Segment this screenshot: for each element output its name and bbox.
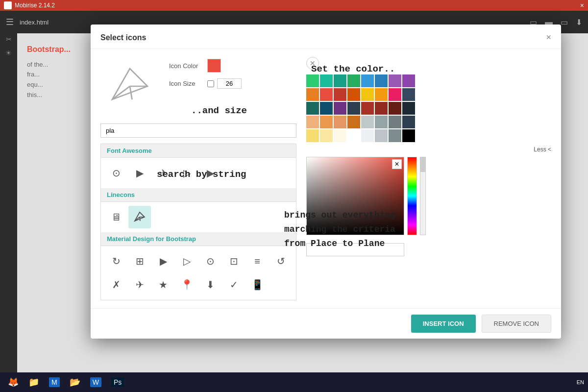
icon-cell[interactable]: 📱 [246,273,269,296]
remove-icon-button[interactable]: REMOVE ICON [482,315,551,333]
color-swatch[interactable] [375,102,388,115]
icon-cell[interactable]: ⊞ [128,250,151,272]
color-swatch[interactable] [320,102,333,115]
color-picker-header: ✕ [306,57,551,70]
color-picker-close-button[interactable]: ✕ [306,57,319,70]
size-lock-checkbox[interactable] [207,80,214,87]
select-icons-modal: Select icons × [91,24,561,339]
icon-cell[interactable]: ⬇ [199,273,221,296]
color-swatch[interactable] [306,74,319,87]
icon-cell[interactable]: ↺ [270,250,292,272]
material-design-header: Material Design for Bootstrap [101,232,296,246]
size-value-input[interactable] [217,78,242,89]
color-swatch[interactable] [320,129,333,142]
icon-cell[interactable]: ▷ [175,250,198,272]
color-swatch[interactable] [347,88,360,101]
color-swatch[interactable] [389,74,401,87]
icon-cell-selected[interactable] [128,206,151,228]
color-swatch[interactable] [361,88,374,101]
color-swatch[interactable] [306,129,319,142]
color-swatch[interactable] [402,102,415,115]
color-swatch[interactable] [361,102,374,115]
scroll-thumb [420,157,425,172]
icon-cell[interactable]: 📍 [175,273,198,296]
color-swatch[interactable] [320,88,333,101]
modal-overlay: Select icons × [0,0,588,392]
color-swatch[interactable] [361,116,374,128]
color-swatches-grid [306,74,551,142]
icon-search-input[interactable] [100,123,296,138]
color-swatch[interactable] [389,129,401,142]
color-swatch[interactable] [375,74,388,87]
icon-cell[interactable]: ✓ [222,273,245,296]
color-swatch[interactable] [334,74,346,87]
color-swatch[interactable] [389,116,401,128]
gradient-canvas-wrapper: ✕ [306,157,404,235]
icon-cell[interactable]: ⊙ [199,250,221,272]
color-swatch[interactable] [347,129,360,142]
color-swatch[interactable] [306,102,319,115]
hex-color-input[interactable] [306,243,404,256]
color-preview-box[interactable] [207,59,221,73]
less-button[interactable]: Less < [306,146,551,153]
icon-cell[interactable]: ▶ [199,162,221,184]
color-swatch[interactable] [334,129,346,142]
color-swatch[interactable] [389,102,401,115]
color-swatch[interactable] [402,88,415,101]
color-swatch[interactable] [375,129,388,142]
search-box [100,123,296,138]
icon-cell[interactable]: ✈ [152,162,174,184]
color-swatch[interactable] [402,129,415,142]
icon-cell[interactable]: ≡ [246,250,269,272]
icon-cell[interactable]: ★ [152,273,174,296]
gradient-canvas[interactable]: ✕ [306,157,404,235]
color-swatch[interactable] [389,88,401,101]
color-swatch[interactable] [402,116,415,128]
size-control-row: Icon Size [169,78,242,89]
left-panel: Icon Color Icon Size [100,57,296,300]
insert-icon-button[interactable]: INSERT ICON [411,315,476,333]
color-swatch[interactable] [347,116,360,128]
icon-cell[interactable]: ✈ [128,273,151,296]
color-swatch[interactable] [347,102,360,115]
gradient-close-button[interactable]: ✕ [392,159,402,169]
color-swatch[interactable] [334,102,346,115]
icon-cell[interactable]: ⊙ [105,162,127,184]
color-swatch[interactable] [306,116,319,128]
color-swatch[interactable] [320,74,333,87]
color-swatch[interactable] [334,88,346,101]
color-swatch[interactable] [375,88,388,101]
color-swatch[interactable] [361,129,374,142]
icon-cell[interactable]: ⊡ [222,250,245,272]
color-picker-panel: ✕ Less < ✕ [306,57,551,300]
material-design-grid: ↻ ⊞ ▶ ▷ ⊙ ⊡ ≡ ↺ ✗ ✈ ★ 📍 ⬇ ✓ 📱 [101,246,296,300]
modal-footer: INSERT ICON REMOVE ICON [91,308,561,339]
color-swatch[interactable] [347,74,360,87]
icon-controls: Icon Color Icon Size [169,57,242,89]
icon-cell[interactable]: 🖥 [105,206,127,228]
font-awesome-header: Font Awesome [101,144,296,158]
color-swatch[interactable] [402,74,415,87]
font-awesome-grid: ⊙ ▶ ✈ ▷ ▶ [101,158,296,188]
hue-slider[interactable] [407,157,417,235]
color-swatch[interactable] [320,116,333,128]
color-control-row: Icon Color [169,59,242,73]
icon-cell[interactable]: ✗ [105,273,127,296]
gradient-picker-wrapper: ✕ [306,157,551,235]
icon-sections-container: Font Awesome ⊙ ▶ ✈ ▷ ▶ Linecons 🖥 [100,144,296,300]
icon-cell[interactable]: ▶ [152,250,174,272]
icon-cell[interactable]: ↻ [105,250,127,272]
icon-cell[interactable]: ▶ [128,162,151,184]
svg-line-6 [140,217,140,221]
color-swatch[interactable] [334,116,346,128]
color-swatch[interactable] [375,116,388,128]
modal-body: Icon Color Icon Size [91,49,561,308]
icon-cell[interactable]: ▷ [175,162,198,184]
size-input-wrapper [207,78,242,89]
linecons-header: Linecons [101,188,296,202]
color-swatch[interactable] [306,88,319,101]
modal-close-button[interactable]: × [546,32,551,43]
scroll-bar[interactable] [420,157,426,235]
icon-size-label: Icon Size [169,80,203,87]
color-swatch[interactable] [361,74,374,87]
